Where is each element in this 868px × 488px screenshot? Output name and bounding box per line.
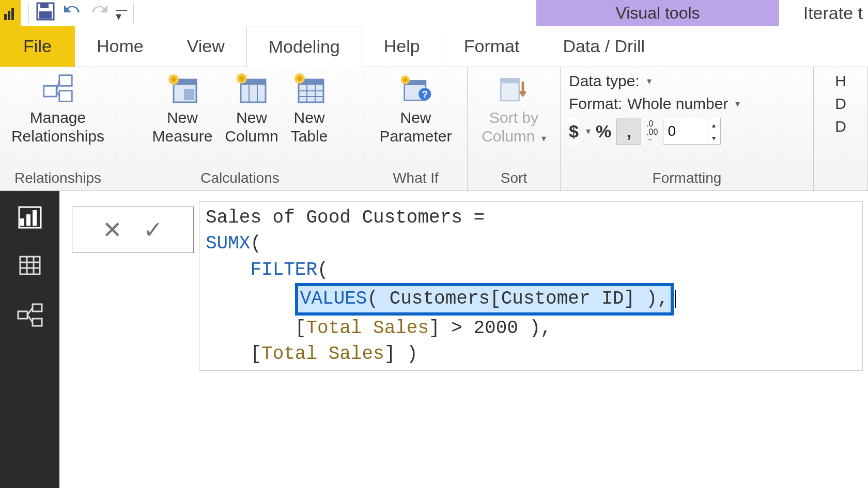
- svg-rect-44: [33, 304, 42, 311]
- formula-ident-total-sales-1: Total Sales: [306, 318, 429, 339]
- relationship-icon: [42, 72, 74, 104]
- measure-icon: [166, 72, 198, 104]
- tab-modeling[interactable]: Modeling: [246, 26, 362, 67]
- new-column-label-1: New: [236, 109, 267, 126]
- format-value[interactable]: Whole number: [627, 95, 728, 113]
- column-icon: [236, 72, 268, 104]
- svg-rect-6: [44, 86, 56, 97]
- new-table-label-2: Table: [291, 128, 328, 145]
- report-view-icon[interactable]: [16, 201, 44, 230]
- decimal-places-spinner[interactable]: ▴ ▾: [663, 118, 721, 145]
- new-measure-label-2: Measure: [152, 128, 213, 145]
- parameter-icon: ?: [400, 72, 432, 104]
- cutoff-row-d1: D: [835, 95, 846, 113]
- sort-icon: [498, 72, 530, 104]
- decimal-icon[interactable]: .0 .00 →: [646, 120, 658, 143]
- tab-home[interactable]: Home: [75, 25, 165, 67]
- formula-fn-sumx: SUMX: [206, 233, 250, 254]
- tab-format[interactable]: Format: [442, 25, 541, 67]
- svg-rect-34: [20, 218, 24, 226]
- svg-rect-14: [184, 89, 194, 100]
- sort-by-column-button[interactable]: Sort byColumn ▾: [477, 70, 550, 148]
- manage-relationships-button[interactable]: ManageRelationships: [7, 70, 109, 148]
- svg-rect-8: [59, 91, 72, 102]
- manage-relationships-label-2: Relationships: [11, 128, 104, 145]
- svg-rect-45: [33, 319, 42, 326]
- tab-view[interactable]: View: [165, 25, 246, 67]
- svg-rect-33: [501, 78, 519, 83]
- app-logo: [0, 0, 21, 26]
- group-relationships-label: Relationships: [5, 167, 111, 191]
- save-icon[interactable]: [35, 1, 56, 25]
- data-type-label: Data type:: [569, 72, 640, 90]
- redo-icon[interactable]: [89, 2, 110, 24]
- tab-help[interactable]: Help: [362, 25, 442, 67]
- svg-rect-5: [39, 11, 52, 19]
- currency-dropdown-icon[interactable]: ▾: [586, 125, 591, 137]
- chevron-down-icon: ▾: [541, 133, 546, 144]
- decimal-places-input[interactable]: [663, 118, 707, 144]
- new-parameter-label-1: New: [400, 109, 431, 126]
- cutoff-row-d2: D: [835, 118, 846, 135]
- svg-rect-2: [11, 8, 14, 20]
- currency-button[interactable]: $: [569, 118, 579, 145]
- qat-dropdown-icon[interactable]: —▾: [116, 6, 127, 20]
- background-text: Iter: [90, 318, 191, 395]
- formula-selection: VALUES( Customers[Customer ID] ),: [295, 283, 674, 315]
- accept-formula-button[interactable]: ✓: [143, 216, 163, 244]
- svg-rect-4: [40, 3, 49, 8]
- new-measure-button[interactable]: NewMeasure: [148, 70, 217, 148]
- sort-by-label-1: Sort by: [489, 109, 538, 126]
- svg-rect-1: [8, 11, 10, 20]
- format-dropdown-icon[interactable]: ▾: [735, 98, 740, 109]
- undo-icon[interactable]: [62, 2, 83, 24]
- contextual-tab-visual-tools: Visual tools: [536, 0, 779, 26]
- group-whatif-label: What If: [369, 167, 462, 191]
- new-column-label-2: Column: [225, 128, 278, 145]
- formula-line-1: Sales of Good Customers =: [206, 207, 496, 228]
- new-measure-label-1: New: [167, 109, 198, 126]
- sort-by-label-2: Column: [482, 128, 535, 145]
- svg-rect-43: [18, 311, 27, 319]
- spinner-up-icon[interactable]: ▴: [707, 118, 720, 131]
- tab-data-drill[interactable]: Data / Drill: [541, 25, 667, 67]
- percent-button[interactable]: %: [596, 121, 611, 141]
- formula-editor[interactable]: Sales of Good Customers = SUMX( FILTER( …: [199, 201, 863, 371]
- data-view-icon[interactable]: [16, 251, 44, 280]
- table-icon: [293, 72, 326, 104]
- spinner-down-icon[interactable]: ▾: [707, 131, 720, 144]
- manage-relationships-label-1: Manage: [30, 109, 86, 126]
- thousand-separator-button[interactable]: ,: [616, 118, 641, 145]
- svg-rect-7: [59, 75, 72, 86]
- model-view-icon[interactable]: [16, 301, 44, 329]
- new-table-label-1: New: [294, 109, 325, 126]
- new-column-button[interactable]: NewColumn: [221, 70, 282, 148]
- group-formatting-label: Formatting: [566, 167, 808, 191]
- new-parameter-label-2: Parameter: [379, 128, 452, 145]
- svg-rect-35: [26, 214, 30, 226]
- cutoff-row-h: H: [835, 72, 846, 90]
- new-table-button[interactable]: NewTable: [287, 70, 332, 148]
- formula-ident-total-sales-2: Total Sales: [261, 343, 384, 365]
- format-label: Format:: [569, 95, 622, 113]
- group-sort-label: Sort: [473, 167, 555, 191]
- formula-fn-values: VALUES: [300, 288, 367, 309]
- formula-fn-filter: FILTER: [250, 259, 317, 280]
- svg-text:?: ?: [422, 89, 428, 100]
- svg-rect-38: [20, 257, 40, 274]
- svg-rect-0: [4, 14, 7, 20]
- new-parameter-button[interactable]: ? NewParameter: [375, 70, 456, 148]
- group-calculations-label: Calculations: [121, 167, 359, 191]
- data-type-dropdown[interactable]: ▾: [647, 75, 652, 87]
- tab-file[interactable]: File: [0, 25, 75, 67]
- document-title: Iterate t: [803, 0, 863, 26]
- text-caret: [675, 290, 676, 308]
- svg-rect-36: [33, 210, 37, 226]
- cancel-formula-button[interactable]: ✕: [102, 216, 122, 244]
